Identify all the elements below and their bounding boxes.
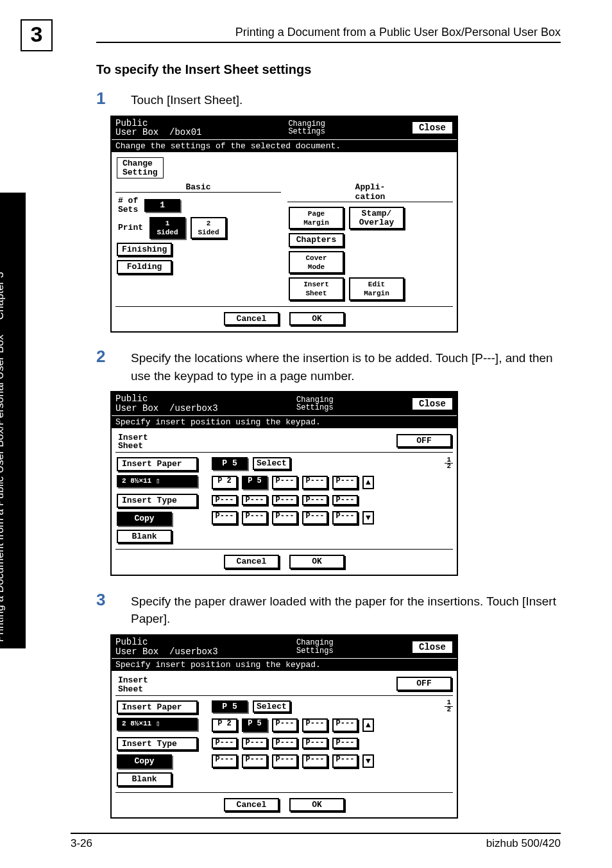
p-slot[interactable]: P--- (302, 718, 328, 732)
s1-appli1: Appli- (355, 182, 386, 192)
off-button[interactable]: OFF (396, 677, 452, 691)
p-slot[interactable]: P--- (302, 476, 328, 489)
p-slot[interactable]: P--- (332, 754, 358, 768)
s2-bc2: Settings (296, 403, 334, 412)
p-slot[interactable]: P--- (242, 738, 268, 749)
step-1-text: Touch [Insert Sheet]. (131, 89, 242, 109)
footer-page-num: 3-26 (71, 837, 92, 850)
ok-button[interactable]: OK (289, 798, 344, 812)
up-arrow[interactable]: ▲ (362, 476, 374, 489)
sets-value[interactable]: 1 (144, 199, 180, 212)
p-slot[interactable]: P--- (212, 754, 237, 768)
one-sided-button[interactable]: 1Sided (149, 217, 185, 238)
s3-instruction: Specify insert position using the keypad… (112, 658, 457, 671)
finishing-button[interactable]: Finishing (117, 243, 172, 257)
s3-title1: Public (115, 638, 218, 647)
blank-button[interactable]: Blank (117, 772, 172, 786)
s1-path: /box01 (169, 127, 201, 137)
insert-type-button[interactable]: Insert Type (117, 494, 198, 508)
p-slot[interactable]: P--- (272, 754, 298, 768)
step-2-num: 2 (96, 347, 131, 385)
p-slot[interactable]: P--- (332, 476, 358, 489)
s3-path: /userbox3 (169, 647, 218, 657)
step-3-num: 3 (96, 590, 131, 628)
running-header: Printing a Document from a Public User B… (96, 26, 561, 43)
p-slot[interactable]: P 2 (212, 476, 237, 489)
step-1: 1 Touch [Insert Sheet]. (96, 89, 561, 109)
folding-button[interactable]: Folding (117, 260, 172, 274)
s2-title1: Public (115, 394, 218, 404)
p-slot[interactable]: P--- (212, 495, 237, 506)
p-slot[interactable]: P--- (212, 511, 237, 525)
p-slot[interactable]: P 5 (242, 718, 268, 732)
p-slot[interactable]: P 2 (212, 718, 237, 732)
blank-button[interactable]: Blank (117, 530, 172, 544)
close-button[interactable]: Close (412, 121, 453, 134)
insert-paper-button[interactable]: Insert Paper (117, 457, 198, 471)
copy-button[interactable]: Copy (117, 754, 172, 768)
tray-indicator[interactable]: 2 8½×11 ▯ (117, 718, 198, 731)
tray-indicator[interactable]: 2 8½×11 ▯ (117, 475, 198, 488)
p-slot[interactable]: P--- (302, 754, 328, 768)
p-slot[interactable]: P--- (332, 718, 358, 732)
step-3-text: Specify the paper drawer loaded with the… (131, 590, 561, 628)
select-button[interactable]: Select (253, 457, 291, 470)
close-button[interactable]: Close (412, 397, 453, 410)
p-slot[interactable]: P--- (332, 511, 358, 525)
sidebar-section: Printing a Document from a Public User B… (0, 334, 6, 642)
p5-display: P 5 (212, 457, 248, 470)
insert-paper-button[interactable]: Insert Paper (117, 700, 198, 715)
s3-title2: User Box (115, 647, 158, 657)
off-button[interactable]: OFF (396, 434, 452, 448)
p-slot[interactable]: P--- (332, 495, 358, 506)
copy-button[interactable]: Copy (117, 512, 172, 526)
running-header-text: Printing a Document from a Public User B… (96, 26, 561, 39)
p-slot[interactable]: P--- (272, 718, 298, 732)
cancel-button[interactable]: Cancel (224, 312, 279, 326)
page-fraction: 12 (445, 457, 453, 471)
ok-button[interactable]: OK (289, 555, 344, 569)
cover-mode-button[interactable]: CoverMode (289, 251, 344, 273)
s3-sec2: Sheet (118, 684, 143, 694)
down-arrow[interactable]: ▼ (362, 754, 374, 768)
select-button[interactable]: Select (253, 700, 291, 713)
footer-model: bizhub 500/420 (486, 837, 561, 850)
p-slot[interactable]: P--- (272, 495, 298, 506)
p-slot[interactable]: P--- (302, 738, 328, 749)
ok-button[interactable]: OK (289, 312, 344, 326)
up-arrow[interactable]: ▲ (362, 718, 374, 732)
p-slot[interactable]: P 5 (242, 476, 268, 489)
down-arrow[interactable]: ▼ (362, 511, 374, 525)
p-slot[interactable]: P--- (272, 511, 298, 525)
s2-instruction: Specify insert position using the keypad… (112, 415, 457, 428)
cancel-button[interactable]: Cancel (224, 798, 279, 812)
stamp-overlay-button[interactable]: Stamp/ Overlay (349, 207, 404, 229)
p-slot[interactable]: P--- (242, 754, 268, 768)
step-1-num: 1 (96, 89, 131, 109)
s1-bc2: Settings (288, 127, 325, 136)
p-slot[interactable]: P--- (272, 476, 298, 489)
screenshot-2: Public User Box /userbox3 ChangingSettin… (110, 391, 561, 575)
p-slot[interactable]: P--- (212, 738, 237, 749)
s1-title2: User Box (115, 127, 158, 137)
s1-appli2: cation (355, 192, 386, 202)
p-slot[interactable]: P--- (302, 495, 328, 506)
s1-sets2: Sets (118, 205, 138, 214)
page-fraction: 12 (445, 700, 453, 713)
close-button[interactable]: Close (412, 641, 453, 654)
insert-type-button[interactable]: Insert Type (117, 737, 198, 751)
chapters-button[interactable]: Chapters (289, 233, 344, 247)
s2-title2: User Box (115, 403, 158, 413)
p-slot[interactable]: P--- (242, 511, 268, 525)
insert-sheet-button[interactable]: InsertSheet (289, 277, 344, 300)
page-margin-button[interactable]: PageMargin (289, 207, 344, 229)
cancel-button[interactable]: Cancel (224, 555, 279, 569)
p-slot[interactable]: P--- (332, 738, 358, 749)
p-slot[interactable]: P--- (302, 511, 328, 525)
p-slot[interactable]: P--- (242, 495, 268, 506)
step-2-text: Specify the locations where the insertio… (131, 347, 561, 385)
edit-margin-button[interactable]: EditMargin (349, 277, 404, 300)
p-slot[interactable]: P--- (272, 738, 298, 749)
two-sided-button[interactable]: 2Sided (191, 217, 226, 238)
section-title: To specify the Insert Sheet settings (96, 62, 561, 77)
